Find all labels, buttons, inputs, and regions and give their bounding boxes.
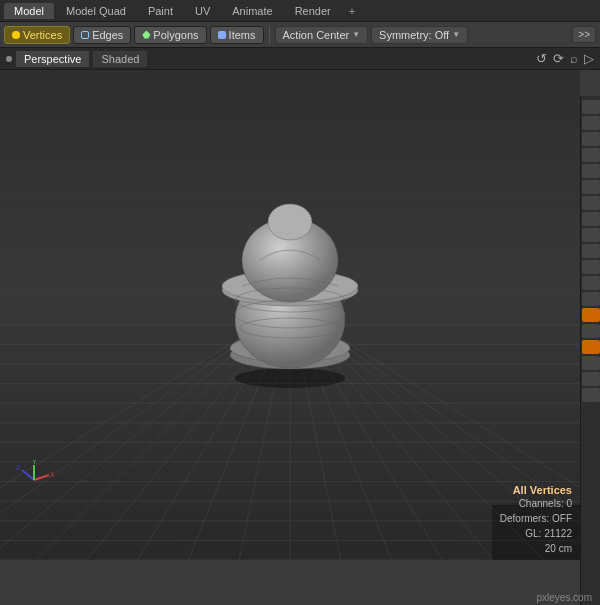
rp-btn-1[interactable]: [582, 100, 600, 114]
rp-btn-orange-1[interactable]: [582, 308, 600, 322]
viewport-area: Perspective Shaded ↺ ⟳ ⌕ ▷: [0, 48, 600, 560]
svg-text:X: X: [50, 471, 54, 478]
menu-tab-model-quad[interactable]: Model Quad: [56, 3, 136, 19]
rp-btn-7[interactable]: [582, 196, 600, 210]
viewport-icons: ↺ ⟳ ⌕ ▷: [536, 51, 594, 66]
svg-text:Y: Y: [32, 460, 37, 465]
viewport-dot: [6, 56, 12, 62]
items-label: Items: [229, 29, 256, 41]
menu-tab-animate[interactable]: Animate: [222, 3, 282, 19]
svg-line-12: [34, 475, 49, 480]
symmetry-arrow: ▼: [452, 30, 460, 39]
rp-btn-15[interactable]: [582, 356, 600, 370]
toolbar: Vertices Edges Polygons Items Action Cen…: [0, 22, 600, 48]
rp-btn-3[interactable]: [582, 132, 600, 146]
status-size: 20 cm: [545, 541, 572, 556]
perspective-tab[interactable]: Perspective: [16, 51, 89, 67]
rotate-icon[interactable]: ↺: [536, 51, 547, 66]
svg-point-8: [268, 204, 312, 240]
rp-btn-8[interactable]: [582, 212, 600, 226]
rp-btn-6[interactable]: [582, 180, 600, 194]
shaded-tab[interactable]: Shaded: [93, 51, 147, 67]
axis-indicator: X Z Y: [14, 460, 54, 500]
vertices-label: Vertices: [23, 29, 62, 41]
edges-icon: [81, 31, 89, 39]
rp-btn-16[interactable]: [582, 372, 600, 386]
zoom-icon[interactable]: ⌕: [570, 51, 578, 66]
symmetry-label: Symmetry: Off: [379, 29, 449, 41]
edges-label: Edges: [92, 29, 123, 41]
items-icon: [218, 31, 226, 39]
rp-btn-12[interactable]: [582, 276, 600, 290]
refresh-icon[interactable]: ⟳: [553, 51, 564, 66]
polygons-label: Polygons: [153, 29, 198, 41]
main-layout: Perspective Shaded ↺ ⟳ ⌕ ▷: [0, 48, 600, 560]
rp-btn-9[interactable]: [582, 228, 600, 242]
items-button[interactable]: Items: [210, 26, 264, 44]
status-channels: Channels: 0: [519, 496, 572, 511]
polygons-button[interactable]: Polygons: [134, 26, 206, 44]
rp-btn-orange-2[interactable]: [582, 340, 600, 354]
status-title: All Vertices: [513, 484, 572, 496]
viewport-3d[interactable]: X Z Y All Vertices Channels: 0 Deformers…: [0, 70, 580, 560]
menu-tab-plus[interactable]: +: [343, 3, 361, 19]
rp-btn-17[interactable]: [582, 388, 600, 402]
svg-line-13: [22, 470, 34, 480]
rp-btn-11[interactable]: [582, 260, 600, 274]
toolbar-divider-1: [269, 26, 270, 44]
viewport-header: Perspective Shaded ↺ ⟳ ⌕ ▷: [0, 48, 600, 70]
rp-btn-5[interactable]: [582, 164, 600, 178]
vertices-icon: [12, 31, 20, 39]
status-bar: All Vertices Channels: 0 Deformers: OFF …: [492, 505, 580, 560]
symmetry-button[interactable]: Symmetry: Off ▼: [371, 26, 468, 44]
rp-btn-14[interactable]: [582, 324, 600, 338]
right-panel: [580, 96, 600, 605]
edges-button[interactable]: Edges: [73, 26, 131, 44]
menu-bar: Model Model Quad Paint UV Animate Render…: [0, 0, 600, 22]
status-deformers: Deformers: OFF: [500, 511, 572, 526]
3d-model: [200, 190, 380, 392]
svg-point-0: [235, 368, 345, 388]
polygons-icon: [142, 31, 150, 39]
menu-tab-uv[interactable]: UV: [185, 3, 220, 19]
action-center-label: Action Center: [283, 29, 350, 41]
rp-btn-10[interactable]: [582, 244, 600, 258]
action-center-button[interactable]: Action Center ▼: [275, 26, 369, 44]
rp-btn-13[interactable]: [582, 292, 600, 306]
rp-btn-2[interactable]: [582, 116, 600, 130]
menu-tab-render[interactable]: Render: [285, 3, 341, 19]
action-center-arrow: ▼: [352, 30, 360, 39]
status-gl: GL: 21122: [525, 526, 572, 541]
menu-tab-paint[interactable]: Paint: [138, 3, 183, 19]
more-button[interactable]: >>: [572, 26, 596, 43]
menu-tab-model[interactable]: Model: [4, 3, 54, 19]
vertices-button[interactable]: Vertices: [4, 26, 70, 44]
rp-btn-4[interactable]: [582, 148, 600, 162]
watermark: pxleyes.com: [536, 592, 592, 603]
toolbar-right: >>: [572, 26, 596, 43]
svg-text:Z: Z: [16, 464, 21, 471]
play-icon[interactable]: ▷: [584, 51, 594, 66]
